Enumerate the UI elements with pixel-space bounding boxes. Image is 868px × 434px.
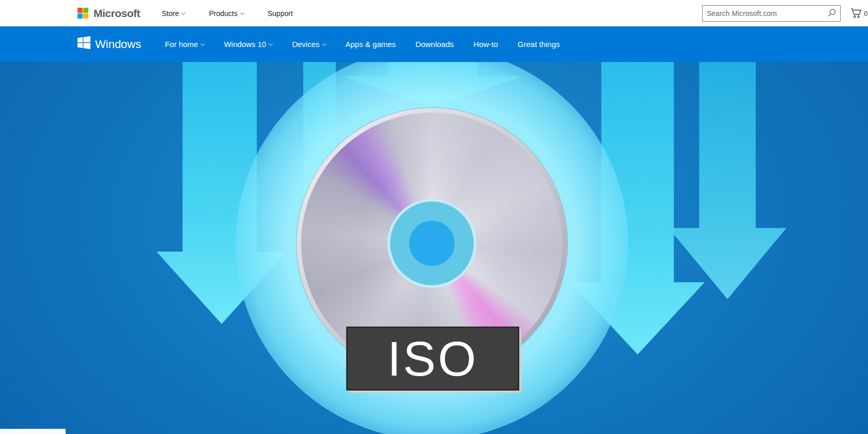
- microsoft-top-bar: Microsoft Store Products Support: [0, 0, 868, 26]
- win-nav-great-things-label: Great things: [518, 40, 560, 49]
- win-nav-windows-10[interactable]: Windows 10: [224, 40, 272, 49]
- windows-nav-bar: Windows For home Windows 10 Devices Apps…: [0, 26, 868, 62]
- windows-flag-icon: [78, 36, 90, 52]
- chevron-down-icon: [240, 10, 244, 14]
- win-nav-downloads-label: Downloads: [415, 40, 454, 49]
- windows-logo-text: Windows: [95, 38, 141, 51]
- download-arrow-right-back: [669, 62, 786, 299]
- chevron-down-icon: [322, 41, 326, 45]
- top-nav-products-label: Products: [209, 9, 237, 18]
- top-nav-support-label: Support: [268, 9, 293, 18]
- cart-count: 0: [864, 10, 867, 18]
- page-below-strip: [0, 429, 66, 434]
- windows-nav: For home Windows 10 Devices Apps & games…: [165, 40, 560, 49]
- win-nav-devices[interactable]: Devices: [292, 40, 326, 49]
- top-nav-store[interactable]: Store: [162, 9, 185, 18]
- search-button[interactable]: [824, 8, 840, 19]
- win-nav-apps-games[interactable]: Apps & games: [346, 40, 396, 49]
- hero-illustration: ISO: [0, 62, 868, 434]
- win-nav-for-home-label: For home: [165, 40, 198, 49]
- iso-label: ISO: [346, 327, 519, 391]
- chevron-down-icon: [269, 41, 273, 45]
- win-nav-downloads[interactable]: Downloads: [415, 40, 454, 49]
- cd-disc-hub: [388, 199, 476, 288]
- iso-label-text: ISO: [388, 334, 478, 383]
- chevron-down-icon: [181, 10, 185, 14]
- top-nav-store-label: Store: [162, 9, 179, 18]
- windows-logo[interactable]: Windows: [78, 36, 141, 52]
- cart-button[interactable]: 0: [850, 8, 867, 20]
- win-nav-apps-games-label: Apps & games: [346, 40, 396, 49]
- search-icon: [827, 8, 836, 19]
- cd-disc-hole: [409, 221, 455, 266]
- top-nav-support[interactable]: Support: [268, 9, 293, 18]
- microsoft-logo-text: Microsoft: [94, 7, 140, 20]
- win-nav-how-to-label: How-to: [473, 40, 498, 49]
- search-box: [702, 5, 841, 22]
- cart-icon: [850, 8, 862, 20]
- win-nav-windows-10-label: Windows 10: [224, 40, 266, 49]
- win-nav-devices-label: Devices: [292, 40, 319, 49]
- microsoft-logo-icon: [78, 8, 88, 19]
- search-input[interactable]: [703, 9, 824, 18]
- win-nav-great-things[interactable]: Great things: [518, 40, 560, 49]
- top-nav: Store Products Support: [162, 9, 293, 18]
- chevron-down-icon: [200, 41, 205, 45]
- top-nav-products[interactable]: Products: [209, 9, 243, 18]
- win-nav-how-to[interactable]: How-to: [473, 40, 498, 49]
- microsoft-logo[interactable]: Microsoft: [78, 7, 140, 20]
- win-nav-for-home[interactable]: For home: [165, 40, 204, 49]
